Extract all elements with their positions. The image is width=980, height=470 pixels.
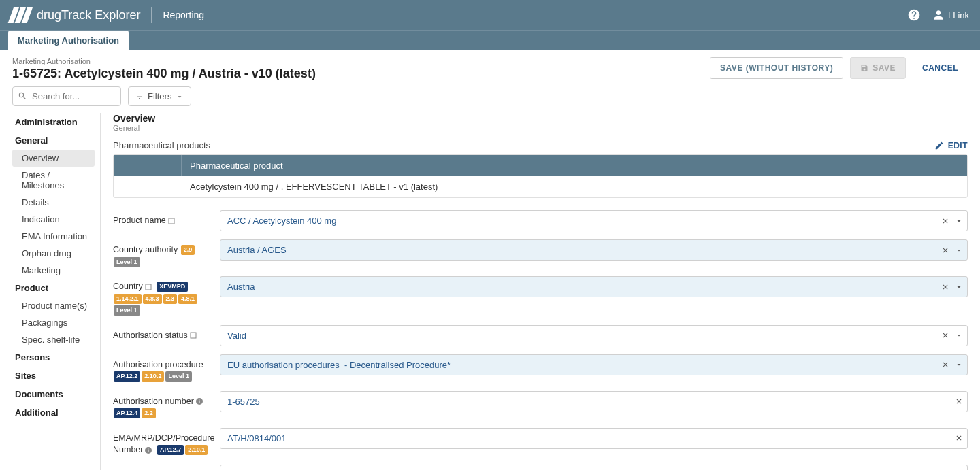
field-input[interactable]: [220, 239, 968, 261]
field-label: Country authority 2.9Level 1: [113, 239, 212, 268]
chevron-down-icon[interactable]: [954, 360, 964, 369]
field-label: Product name: [113, 210, 212, 227]
info-icon[interactable]: [144, 446, 152, 454]
sidebar-item-indication[interactable]: Indication: [12, 211, 95, 228]
field-control: [220, 210, 968, 231]
pencil-icon: [934, 141, 944, 150]
field-control: [220, 354, 968, 375]
badge: XEVMPD: [157, 282, 188, 292]
filters-button[interactable]: Filters: [128, 86, 191, 106]
sidebar-item-ema-information[interactable]: EMA Information: [12, 228, 95, 245]
content: AdministrationGeneralOverviewDates / Mil…: [0, 113, 980, 470]
clear-icon[interactable]: [954, 433, 964, 443]
sidebar-group-product[interactable]: Product: [12, 279, 95, 297]
toolbar: Filters: [0, 86, 980, 113]
form-row-authorisation-number: Authorisation number AP.12.42.2: [113, 391, 968, 420]
field-control: [220, 325, 968, 346]
save-without-history-button[interactable]: SAVE (WITHOUT HISTORY): [710, 57, 843, 79]
form-row-eu-number: EU number AP.12.8: [113, 465, 968, 471]
table-row[interactable]: Acetylcystein 400 mg / , EFFERVESCENT TA…: [114, 176, 967, 197]
app-name: drugTrack Explorer: [37, 8, 140, 22]
form-row-ema-mrp-dcp-procedure-number: EMA/MRP/DCP/Procedure Number AP.12.72.10…: [113, 428, 968, 456]
badge: 4.8.3: [143, 294, 162, 304]
field-input[interactable]: [220, 210, 968, 231]
table-heading: Pharmaceutical products: [113, 140, 210, 150]
field-input[interactable]: [220, 391, 968, 412]
search-input[interactable]: [12, 86, 121, 106]
nav-reporting[interactable]: Reporting: [163, 10, 204, 20]
sidebar-item-product-name-s-[interactable]: Product name(s): [12, 297, 95, 314]
badge: 2.10.2: [142, 371, 164, 382]
field-control: [220, 391, 968, 412]
info-icon[interactable]: [195, 397, 203, 405]
badge: 2.3: [163, 294, 178, 304]
sidebar-item-overview[interactable]: Overview: [12, 150, 95, 167]
box-icon[interactable]: [189, 331, 197, 339]
sidebar-item-details[interactable]: Details: [12, 194, 95, 211]
search-icon: [18, 91, 27, 101]
chevron-down-icon: [176, 93, 184, 101]
sidebar-item-spec-shelf-life[interactable]: Spec. shelf-life: [12, 331, 95, 348]
clear-icon[interactable]: [941, 331, 950, 340]
field-input[interactable]: [220, 354, 968, 375]
column-header: Pharmaceutical product: [182, 155, 967, 176]
field-control: [220, 428, 968, 449]
help-icon[interactable]: [907, 8, 921, 22]
sidebar-group-administration[interactable]: Administration: [12, 113, 95, 131]
field-input[interactable]: [220, 276, 968, 297]
sidebar-group-sites[interactable]: Sites: [12, 367, 95, 385]
logo-icon: [11, 7, 30, 23]
divider: [151, 7, 152, 23]
chevron-down-icon[interactable]: [954, 216, 964, 226]
svg-rect-1: [146, 284, 151, 290]
sidebar-group-documents[interactable]: Documents: [12, 385, 95, 403]
box-icon[interactable]: [144, 283, 152, 291]
sidebar-item-orphan-drug[interactable]: Orphan drug: [12, 245, 95, 262]
sidebar-group-persons[interactable]: Persons: [12, 348, 95, 367]
form-row-country-authority: Country authority 2.9Level 1: [113, 239, 968, 268]
badge: Level 1: [114, 257, 140, 267]
section-subtitle: General: [113, 124, 968, 132]
clear-icon[interactable]: [941, 246, 950, 255]
sidebar-item-marketing[interactable]: Marketing: [12, 262, 95, 279]
main-panel: Overview General Pharmaceutical products…: [113, 113, 968, 470]
box-icon[interactable]: [167, 217, 176, 225]
cancel-button[interactable]: CANCEL: [913, 58, 968, 78]
field-label: Authorisation status: [113, 325, 212, 342]
clear-icon[interactable]: [941, 216, 950, 226]
badge: Level 1: [165, 371, 192, 382]
sidebar-group-additional[interactable]: Additional: [12, 403, 95, 422]
save-icon: [860, 64, 868, 72]
field-label: Authorisation procedure AP.12.22.10.2Lev…: [113, 354, 212, 383]
edit-button[interactable]: EDIT: [934, 141, 968, 150]
field-label: EMA/MRP/DCP/Procedure Number AP.12.72.10…: [113, 428, 212, 456]
sidebar-group-general[interactable]: General: [12, 131, 95, 150]
save-button[interactable]: SAVE: [850, 57, 906, 79]
filter-icon: [135, 93, 144, 101]
tab-marketing-authorisation[interactable]: Marketing Authorisation: [8, 31, 129, 50]
sidebar: AdministrationGeneralOverviewDates / Mil…: [12, 113, 101, 470]
breadcrumb: Marketing Authorisation: [12, 57, 710, 65]
sidebar-item-dates-milestones[interactable]: Dates / Milestones: [12, 167, 95, 194]
chevron-down-icon[interactable]: [954, 282, 964, 292]
field-input[interactable]: [220, 325, 968, 346]
field-control: [220, 465, 968, 471]
field-label: EU number AP.12.8: [113, 465, 212, 471]
chevron-down-icon[interactable]: [954, 331, 964, 340]
field-input[interactable]: [220, 428, 968, 449]
badge: AP.12.2: [114, 371, 140, 382]
user-menu[interactable]: LLink: [932, 8, 969, 22]
svg-rect-2: [191, 333, 196, 338]
user-name: LLink: [948, 10, 969, 20]
sidebar-item-packagings[interactable]: Packagings: [12, 314, 95, 331]
top-bar: drugTrack Explorer Reporting LLink: [0, 0, 980, 30]
field-input[interactable]: [220, 465, 968, 471]
clear-icon[interactable]: [954, 397, 964, 406]
clear-icon[interactable]: [941, 282, 950, 292]
badge: 2.2: [142, 408, 156, 418]
chevron-down-icon[interactable]: [954, 246, 964, 255]
clear-icon[interactable]: [941, 360, 950, 369]
field-label: Country XEVMPD1.14.2.14.8.32.34.8.1Level…: [113, 276, 212, 317]
badge: 4.8.1: [178, 294, 197, 304]
page-title: 1-65725: Acetylcystein 400 mg / Austria …: [12, 67, 710, 81]
